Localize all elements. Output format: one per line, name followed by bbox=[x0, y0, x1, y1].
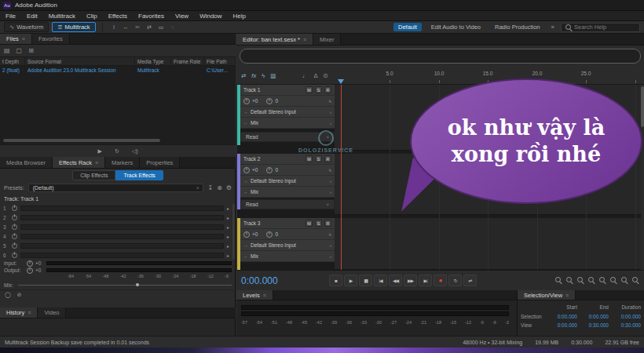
vertical-scrollbar[interactable] bbox=[641, 85, 644, 270]
pause-button[interactable]: ▮▮ bbox=[359, 275, 372, 286]
workspace-tab[interactable]: Radio Production bbox=[490, 23, 545, 31]
menubar-item[interactable]: View bbox=[170, 13, 194, 20]
mix-slider-handle[interactable] bbox=[136, 283, 139, 286]
solo-button[interactable]: S bbox=[315, 86, 322, 93]
chevron-right-icon[interactable]: › bbox=[330, 121, 331, 126]
effect-slot-well[interactable] bbox=[20, 224, 224, 230]
effect-slot-well[interactable] bbox=[20, 253, 224, 258]
col-bit-depth[interactable]: t Depth bbox=[0, 57, 25, 65]
pan-knob[interactable] bbox=[266, 167, 273, 173]
duration-value[interactable]: 0:00.000 bbox=[610, 314, 642, 319]
power-icon[interactable] bbox=[12, 243, 17, 249]
tab-media-browser[interactable]: Media Browser bbox=[0, 157, 53, 168]
rewind-button[interactable]: ◀◀ bbox=[389, 275, 402, 286]
col-frame-rate[interactable]: Frame Rate bbox=[171, 57, 204, 65]
power-icon[interactable] bbox=[12, 206, 17, 211]
track-effects-tab[interactable]: Track Effects bbox=[115, 170, 163, 180]
track-input-selector[interactable]: Default Stereo Input bbox=[251, 242, 296, 248]
effect-slot-well[interactable] bbox=[20, 243, 224, 249]
waveform-view-button[interactable]: ∿ Waveform bbox=[4, 22, 49, 32]
rack-bypass-icon[interactable]: ⊘ bbox=[17, 292, 22, 298]
tab-levels[interactable]: Levels ≡ bbox=[236, 290, 273, 300]
zoom-in-icon[interactable] bbox=[566, 277, 572, 282]
menubar-item[interactable]: Favorites bbox=[133, 13, 170, 20]
transport-time[interactable]: 0:00.000 bbox=[241, 275, 278, 286]
save-preset-icon[interactable]: ↧ bbox=[207, 184, 213, 191]
tool-icon[interactable]: I bbox=[109, 22, 119, 32]
start-value[interactable]: 0:00.000 bbox=[547, 322, 579, 328]
chevron-right-icon[interactable]: › bbox=[330, 179, 331, 184]
skip-to-end-button[interactable]: ▶| bbox=[419, 275, 432, 286]
end-value[interactable]: 0:30.000 bbox=[579, 322, 610, 328]
track-name[interactable]: Track 1 bbox=[243, 87, 303, 93]
record-arm-button[interactable]: R bbox=[324, 86, 331, 93]
zoom-selection-icon[interactable] bbox=[621, 277, 627, 282]
tab-editor[interactable]: Editor: ban text.sesx * ≡ bbox=[236, 34, 313, 45]
monitor-input-icon[interactable]: ϟ bbox=[329, 168, 331, 173]
settings-icon[interactable]: ⚙ bbox=[226, 184, 232, 191]
track-name[interactable]: Track 3 bbox=[243, 220, 303, 226]
tool-icon[interactable]: ↔ bbox=[121, 22, 131, 32]
menubar-item[interactable]: Multitrack bbox=[43, 13, 81, 20]
playhead-marker[interactable] bbox=[338, 79, 344, 84]
menubar-item[interactable]: Effects bbox=[103, 13, 133, 20]
effect-slot-well[interactable] bbox=[20, 234, 224, 239]
record-button[interactable]: ● bbox=[434, 275, 447, 286]
tab-selection-view[interactable]: Selection/View ≡ bbox=[518, 290, 576, 300]
chevron-right-icon[interactable]: ▸ bbox=[227, 206, 229, 211]
record-arm-button[interactable]: R bbox=[324, 155, 331, 162]
effect-slot[interactable]: 5 ▸ bbox=[0, 242, 232, 250]
workspace-tab[interactable]: Default bbox=[393, 23, 422, 31]
import-file-icon[interactable]: ▤ bbox=[4, 47, 10, 54]
preview-play-icon[interactable]: ▶ bbox=[98, 148, 102, 155]
tab-files[interactable]: Files ≡ bbox=[0, 34, 32, 44]
output-gain-knob[interactable] bbox=[27, 267, 33, 274]
horizontal-scrollbar[interactable] bbox=[3, 139, 160, 142]
zoom-in-horizontal-icon[interactable] bbox=[588, 277, 594, 282]
zoom-out-icon[interactable] bbox=[555, 277, 561, 282]
tool-icon[interactable]: ⇄ bbox=[145, 22, 155, 32]
fast-forward-button[interactable]: ▶▶ bbox=[404, 275, 417, 286]
mix-slider[interactable] bbox=[18, 285, 232, 286]
chevron-right-icon[interactable]: › bbox=[330, 254, 331, 259]
speaker-icon[interactable]: ◁) bbox=[132, 148, 138, 155]
track-name[interactable]: Track 2 bbox=[243, 156, 303, 162]
chevron-right-icon[interactable]: › bbox=[330, 243, 331, 248]
tab-favorites[interactable]: Favorites bbox=[32, 34, 70, 44]
search-help-input[interactable] bbox=[574, 24, 635, 31]
effect-slot[interactable]: 6 ▸ bbox=[0, 251, 232, 260]
pan-knob[interactable] bbox=[266, 98, 273, 104]
workspace-tab[interactable]: Edit Audio to Video bbox=[426, 23, 485, 31]
effect-slot-well[interactable] bbox=[20, 206, 224, 211]
effect-slot[interactable]: 2 ▸ bbox=[0, 213, 232, 222]
col-source-format[interactable]: Source Format bbox=[25, 57, 135, 65]
volume-knob[interactable] bbox=[243, 167, 250, 173]
menubar-item[interactable]: Window bbox=[194, 13, 227, 20]
power-icon[interactable] bbox=[12, 234, 17, 239]
track-input-selector[interactable]: Default Stereo Input bbox=[251, 178, 296, 184]
loop-playback-button[interactable]: ↻ bbox=[448, 275, 462, 286]
mixer-icon[interactable]: ▥ bbox=[270, 72, 276, 79]
clip-effects-tab[interactable]: Clip Effects bbox=[72, 170, 115, 180]
track-output-selector[interactable]: Mix bbox=[251, 253, 258, 259]
chevron-right-icon[interactable]: › bbox=[330, 110, 331, 115]
mute-button[interactable]: M bbox=[306, 155, 313, 162]
effect-slot[interactable]: 1 ▸ bbox=[0, 204, 232, 213]
power-icon[interactable] bbox=[12, 215, 17, 220]
scrollbar-thumb[interactable] bbox=[641, 86, 644, 127]
start-value[interactable]: 0:00.000 bbox=[547, 314, 579, 319]
loop-preview-icon[interactable]: ↻ bbox=[115, 148, 119, 155]
panel-menu-icon[interactable]: ≡ bbox=[22, 36, 25, 42]
monitor-input-icon[interactable]: ϟ bbox=[329, 99, 331, 104]
tab-markers[interactable]: Markers bbox=[105, 157, 140, 168]
panel-menu-icon[interactable]: ≡ bbox=[95, 160, 98, 166]
tab-effects-rack[interactable]: Effects Rack ≡ bbox=[53, 157, 105, 168]
input-gain-knob[interactable] bbox=[27, 260, 33, 267]
multitrack-view-button[interactable]: ≣ Multitrack bbox=[52, 22, 95, 32]
menubar-item[interactable]: File bbox=[0, 13, 21, 20]
mute-button[interactable]: M bbox=[306, 86, 313, 93]
col-media-type[interactable]: Media Type bbox=[135, 57, 171, 65]
power-icon[interactable] bbox=[12, 224, 17, 230]
menubar-item[interactable]: Help bbox=[228, 13, 251, 20]
track-input-selector[interactable]: Default Stereo Input bbox=[251, 109, 296, 115]
